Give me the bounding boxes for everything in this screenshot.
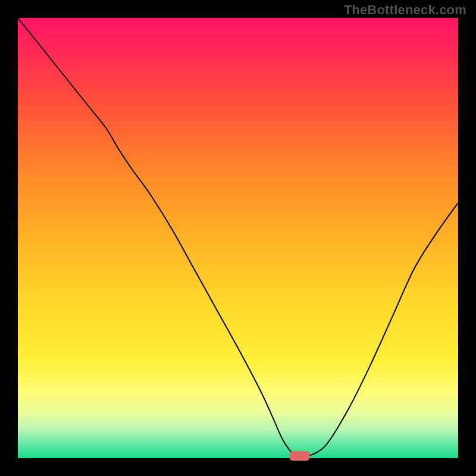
plot-background — [18, 18, 458, 458]
watermark-text: TheBottleneck.com — [344, 2, 466, 18]
optimal-point-marker — [290, 451, 310, 461]
bottleneck-chart — [0, 0, 476, 476]
chart-container: TheBottleneck.com — [0, 0, 476, 476]
